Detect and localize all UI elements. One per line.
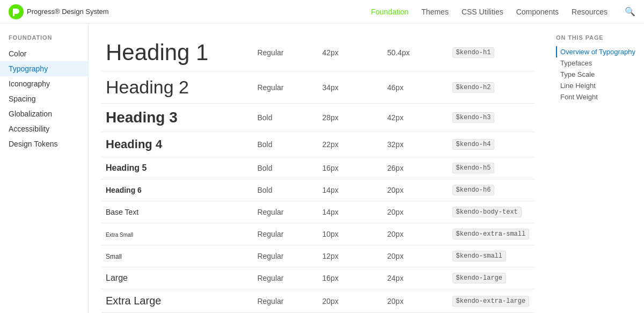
type-sample-cell: Extra Small [101,223,253,245]
progress-logo-icon [9,4,24,19]
type-weight-cell: Regular [253,223,318,245]
sidebar-item-iconography[interactable]: Iconography [0,76,88,91]
sidebar-item-globalization[interactable]: Globalization [0,106,88,121]
type-sample-cell: Heading 3 [101,104,253,132]
type-line-height-cell: 20px [383,245,448,267]
type-line-height-cell: 20px [383,201,448,223]
svg-rect-1 [13,14,14,16]
type-sample-text: Heading 6 [106,186,142,194]
page-layout: FOUNDATION Color Typography Iconography … [0,24,644,313]
typography-table: Heading 1 Regular 42px 50.4px $kendo-h1 … [101,34,535,313]
token-badge: $kendo-small [452,251,506,261]
type-token-cell: $kendo-h1 [448,34,535,71]
type-line-height-cell: 20px [383,179,448,201]
token-badge: $kendo-body-text [452,207,522,217]
type-line-height-cell: 20px [383,289,448,313]
type-sample-cell: Large [101,267,253,289]
table-row: Heading 3 Bold 28px 42px $kendo-h3 [101,104,535,132]
type-token-cell: $kendo-h5 [448,157,535,179]
table-row: Heading 6 Bold 14px 20px $kendo-h6 [101,179,535,201]
type-line-height-cell: 26px [383,157,448,179]
sidebar-item-spacing[interactable]: Spacing [0,91,88,106]
token-badge: $kendo-large [452,273,506,283]
type-sample-text: Heading 3 [106,109,178,126]
type-weight-cell: Bold [253,104,318,132]
top-navigation: Progress® Design System Foundation Theme… [0,0,644,24]
type-size-cell: 10px [318,223,383,245]
logo-text: Progress® Design System [27,8,109,16]
sidebar-section-label: FOUNDATION [0,34,88,46]
table-row: Heading 4 Bold 22px 32px $kendo-h4 [101,132,535,157]
toc-item-type-scale[interactable]: Type Scale [556,69,635,80]
type-line-height-cell: 42px [383,104,448,132]
type-line-height-cell: 20px [383,223,448,245]
type-size-cell: 28px [318,104,383,132]
type-sample-cell: Heading 2 [101,71,253,104]
type-sample-cell: Heading 1 [101,34,253,71]
type-token-cell: $kendo-body-text [448,201,535,223]
nav-foundation[interactable]: Foundation [371,8,408,16]
type-weight-cell: Bold [253,157,318,179]
nav-themes[interactable]: Themes [421,8,449,16]
type-size-cell: 16px [318,157,383,179]
sidebar: FOUNDATION Color Typography Iconography … [0,24,89,313]
toc-item-line-height[interactable]: Line Height [556,80,635,91]
type-weight-cell: Regular [253,245,318,267]
type-size-cell: 22px [318,132,383,157]
main-content: Heading 1 Regular 42px 50.4px $kendo-h1 … [89,24,547,313]
search-icon[interactable]: 🔍 [625,6,635,17]
type-token-cell: $kendo-h4 [448,132,535,157]
type-sample-text: Heading 4 [106,137,162,151]
nav-links: Foundation Themes CSS Utilities Componen… [371,6,635,17]
type-weight-cell: Regular [253,289,318,313]
type-size-cell: 42px [318,34,383,71]
table-row: Base Text Regular 14px 20px $kendo-body-… [101,201,535,223]
toc-item-overview[interactable]: Overview of Typography [556,46,635,57]
nav-css-utilities[interactable]: CSS Utilities [462,8,503,16]
table-row: Heading 2 Regular 34px 46px $kendo-h2 [101,71,535,104]
type-size-cell: 14px [318,179,383,201]
table-row: Heading 1 Regular 42px 50.4px $kendo-h1 [101,34,535,71]
type-token-cell: $kendo-h6 [448,179,535,201]
type-weight-cell: Bold [253,179,318,201]
table-row: Heading 5 Bold 16px 26px $kendo-h5 [101,157,535,179]
logo-area: Progress® Design System [9,4,109,19]
type-token-cell: $kendo-small [448,245,535,267]
token-badge: $kendo-h1 [452,47,495,58]
type-sample-cell: Base Text [101,201,253,223]
type-sample-text: Extra Small [106,232,133,238]
sidebar-item-color[interactable]: Color [0,46,88,61]
sidebar-item-typography[interactable]: Typography [0,61,88,76]
type-weight-cell: Regular [253,71,318,104]
type-weight-cell: Regular [253,267,318,289]
toc-item-font-weight[interactable]: Font Weight [556,91,635,103]
type-line-height-cell: 50.4px [383,34,448,71]
type-sample-cell: Heading 5 [101,157,253,179]
type-sample-cell: Heading 6 [101,179,253,201]
toc-item-typefaces[interactable]: Typefaces [556,57,635,69]
type-sample-text: Heading 1 [106,40,208,65]
table-row: Extra Large Regular 20px 20px $kendo-ext… [101,289,535,313]
type-sample-text: Extra Large [106,295,161,307]
type-weight-cell: Regular [253,34,318,71]
type-line-height-cell: 24px [383,267,448,289]
type-sample-text: Large [106,273,128,282]
type-sample-text: Small [106,253,122,260]
type-token-cell: $kendo-h2 [448,71,535,104]
type-size-cell: 20px [318,289,383,313]
type-size-cell: 16px [318,267,383,289]
sidebar-item-accessibility[interactable]: Accessibility [0,121,88,136]
nav-components[interactable]: Components [516,8,559,16]
type-sample-text: Base Text [106,208,138,216]
type-token-cell: $kendo-extra-large [448,289,535,313]
toc-label: ON THIS PAGE [556,34,635,41]
toc-sidebar: ON THIS PAGE Overview of Typography Type… [547,24,644,313]
token-badge: $kendo-h6 [452,185,495,195]
table-row: Extra Small Regular 10px 20px $kendo-ext… [101,223,535,245]
type-size-cell: 34px [318,71,383,104]
type-line-height-cell: 32px [383,132,448,157]
nav-resources[interactable]: Resources [572,8,608,16]
sidebar-item-design-tokens[interactable]: Design Tokens [0,136,88,151]
type-size-cell: 12px [318,245,383,267]
table-row: Large Regular 16px 24px $kendo-large [101,267,535,289]
